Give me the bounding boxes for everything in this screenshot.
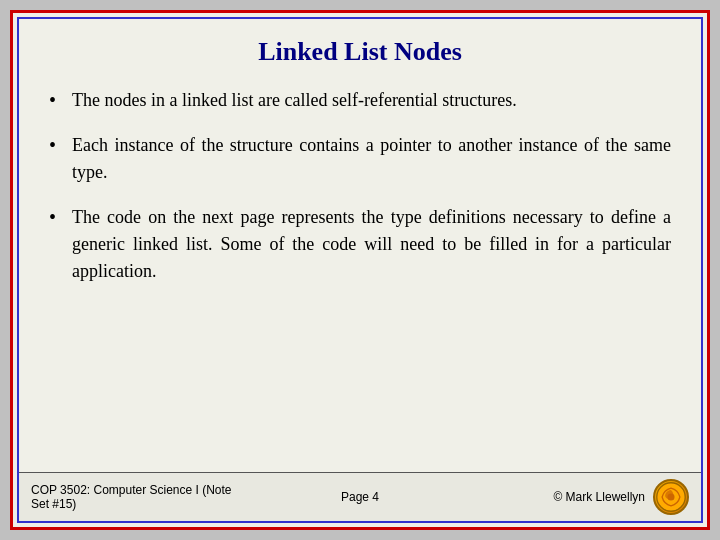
slide-footer: COP 3502: Computer Science I (Note Set #…: [19, 472, 701, 521]
footer-course-info: COP 3502: Computer Science I (Note Set #…: [31, 483, 250, 511]
bullet-item-1: • The nodes in a linked list are called …: [49, 87, 671, 114]
logo-icon: [655, 481, 687, 513]
content-area: • The nodes in a linked list are called …: [19, 77, 701, 472]
bullet-item-2: • Each instance of the structure contain…: [49, 132, 671, 186]
footer-copyright: © Mark Llewellyn: [553, 490, 645, 504]
slide-title: Linked List Nodes: [258, 37, 462, 66]
svg-point-1: [667, 493, 674, 500]
slide-inner-border: Linked List Nodes • The nodes in a linke…: [17, 17, 703, 523]
bullet-text-1: The nodes in a linked list are called se…: [72, 87, 517, 114]
bullet-symbol-1: •: [49, 89, 56, 112]
ucf-logo: [653, 479, 689, 515]
title-area: Linked List Nodes: [19, 19, 701, 77]
bullet-text-2: Each instance of the structure contains …: [72, 132, 671, 186]
bullet-text-3: The code on the next page represents the…: [72, 204, 671, 285]
footer-page-number: Page 4: [250, 490, 469, 504]
bullet-symbol-3: •: [49, 206, 56, 229]
bullet-item-3: • The code on the next page represents t…: [49, 204, 671, 285]
slide-container: Linked List Nodes • The nodes in a linke…: [10, 10, 710, 530]
footer-right-area: © Mark Llewellyn: [470, 479, 689, 515]
bullet-symbol-2: •: [49, 134, 56, 157]
